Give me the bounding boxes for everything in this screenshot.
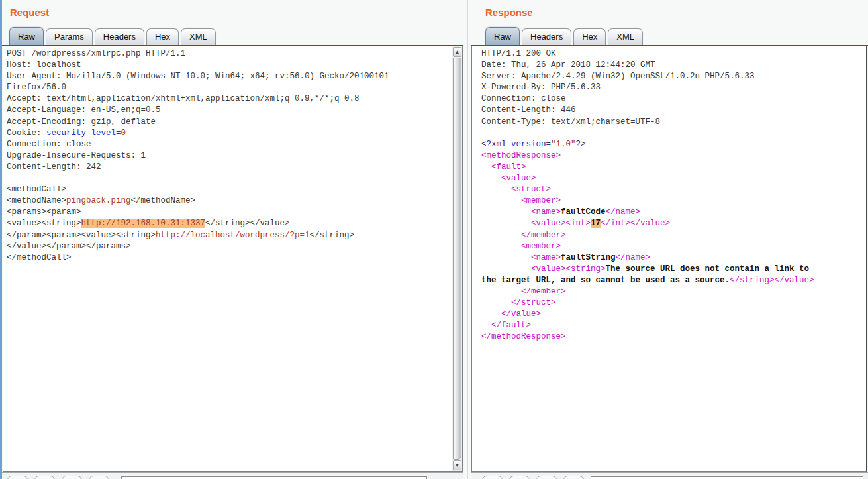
code-line: <name>faultString</name> — [481, 252, 866, 264]
request-tabs: RawParamsHeadersHexXML — [9, 27, 216, 45]
code-line: Server: Apache/2.4.29 (Win32) OpenSSL/1.… — [481, 71, 866, 82]
code-line: <struct> — [481, 184, 866, 195]
request-tab-hex[interactable]: Hex — [146, 28, 179, 45]
code-line: <value> — [481, 173, 866, 184]
code-line: Accept-Language: en-US,en;q=0.5 — [7, 105, 452, 116]
code-line: <value><string>http://192.168.10.31:1337… — [7, 218, 452, 229]
code-line: </fault> — [481, 320, 866, 331]
code-line: Host: localhost — [7, 60, 452, 71]
scroll-up-button[interactable]: ▲ — [453, 47, 461, 57]
code-line: <fault> — [481, 162, 866, 173]
code-line: <member> — [481, 241, 866, 252]
request-viewer: POST /wordpresss/xmlrpc.php HTTP/1.1Host… — [3, 46, 463, 472]
search-button-4[interactable] — [89, 476, 109, 479]
code-line: <methodResponse> — [481, 150, 866, 162]
code-line: Connection: close — [7, 139, 452, 150]
request-tab-xml[interactable]: XML — [181, 28, 216, 45]
request-search-bar — [2, 472, 463, 479]
code-line: <value><int>17</int></value> — [481, 218, 866, 229]
panel-divider — [463, 0, 471, 479]
response-tab-xml[interactable]: XML — [608, 28, 643, 45]
code-line: Content-Type: text/xml;charset=UTF-8 — [481, 117, 866, 128]
request-raw-content[interactable]: POST /wordpresss/xmlrpc.php HTTP/1.1Host… — [3, 46, 452, 471]
response-tabs: RawHeadersHexXML — [485, 27, 643, 45]
code-line: </param><param><value><string>http://loc… — [7, 230, 452, 241]
code-line: Firefox/56.0 — [7, 82, 452, 93]
response-title: Response — [485, 7, 533, 18]
code-line: </methodResponse> — [481, 331, 866, 343]
response-search-bar — [471, 472, 868, 479]
code-line: Accept-Encoding: gzip, deflate — [7, 117, 452, 128]
response-tab-raw[interactable]: Raw — [485, 27, 520, 45]
code-line: <params><param> — [7, 207, 452, 218]
search-button-1[interactable] — [7, 476, 28, 479]
code-line: </member> — [481, 230, 866, 241]
code-line: <member> — [481, 195, 866, 207]
code-line: <name>faultCode</name> — [481, 207, 866, 218]
request-tab-params[interactable]: Params — [46, 28, 93, 45]
request-search-input[interactable] — [121, 476, 427, 479]
code-line: </member> — [481, 286, 866, 297]
search-button-2[interactable] — [34, 476, 55, 479]
request-scrollbar[interactable]: ▲ ▼ — [452, 46, 462, 471]
request-tab-headers[interactable]: Headers — [95, 28, 144, 45]
scroll-down-button[interactable]: ▼ — [453, 460, 461, 470]
code-line: <methodName>pingback.ping</methodName> — [7, 195, 452, 207]
code-line: Connection: close — [481, 93, 866, 105]
code-line: <methodCall> — [7, 184, 452, 195]
request-panel: Request RawParamsHeadersHexXML POST /wor… — [2, 0, 463, 479]
code-line — [481, 128, 866, 139]
code-line: the target URL, and so cannot be used as… — [481, 275, 866, 286]
code-line: Date: Thu, 26 Apr 2018 12:44:20 GMT — [481, 60, 866, 71]
code-line — [7, 173, 452, 184]
response-search-input[interactable] — [591, 476, 863, 479]
code-line: Upgrade-Insecure-Requests: 1 — [7, 150, 452, 162]
code-line: Content-Length: 446 — [481, 105, 866, 116]
search-button-4[interactable] — [563, 476, 584, 479]
code-line: </value> — [481, 309, 866, 320]
request-tab-raw[interactable]: Raw — [9, 27, 44, 45]
code-line: POST /wordpresss/xmlrpc.php HTTP/1.1 — [7, 48, 452, 60]
scroll-thumb[interactable] — [453, 58, 461, 460]
response-tab-hex[interactable]: Hex — [573, 28, 606, 45]
response-viewer: HTTP/1.1 200 OKDate: Thu, 26 Apr 2018 12… — [471, 46, 867, 472]
request-title: Request — [10, 7, 49, 18]
code-line: </struct> — [481, 297, 866, 309]
code-line: Content-Length: 242 — [7, 162, 452, 173]
search-button-3[interactable] — [62, 476, 82, 479]
code-line: HTTP/1.1 200 OK — [481, 48, 866, 60]
code-line: </value></param></params> — [7, 241, 452, 252]
code-line: </methodCall> — [7, 252, 452, 264]
code-line: Cookie: security_level=0 — [7, 128, 452, 139]
search-button-2[interactable] — [509, 476, 530, 479]
code-line: <value><string>The source URL does not c… — [481, 264, 866, 275]
code-line: <?xml version="1.0"?> — [481, 139, 866, 150]
response-raw-content[interactable]: HTTP/1.1 200 OKDate: Thu, 26 Apr 2018 12… — [472, 46, 866, 471]
search-button-3[interactable] — [536, 476, 557, 479]
code-line: User-Agent: Mozilla/5.0 (Windows NT 10.0… — [7, 71, 452, 82]
search-button-1[interactable] — [482, 476, 503, 479]
response-panel: Response RawHeadersHexXML HTTP/1.1 200 O… — [471, 0, 868, 479]
response-tab-headers[interactable]: Headers — [522, 28, 571, 45]
code-line: Accept: text/html,application/xhtml+xml,… — [7, 93, 452, 105]
code-line: X-Powered-By: PHP/5.6.33 — [481, 82, 866, 93]
